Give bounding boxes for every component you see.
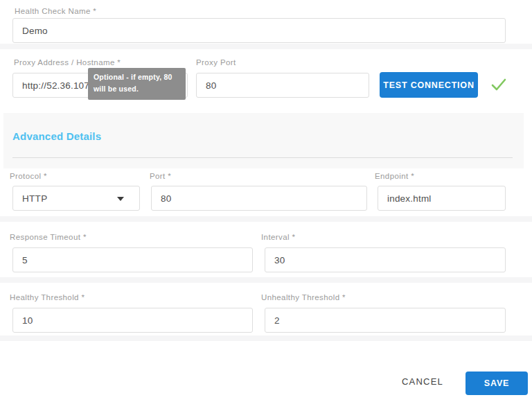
response-timeout-input[interactable] [12,247,253,272]
section-divider-strip [0,277,532,283]
protocol-select[interactable]: HTTP [12,186,140,211]
advanced-details-heading: Advanced Details [12,130,101,142]
section-divider-strip [0,335,532,341]
proxy-port-label: Proxy Port [196,58,236,67]
test-connection-button[interactable]: TEST CONNECTION [380,72,478,98]
unhealthy-threshold-label: Unhealthy Threshold * [261,293,346,302]
chevron-down-icon [117,197,124,201]
save-button[interactable]: SAVE [466,372,528,395]
port-label: Port * [150,172,171,180]
endpoint-input[interactable] [378,186,506,211]
health-check-name-label: Health Check Name * [15,7,96,15]
advanced-details-panel: Advanced Details [3,113,524,168]
healthy-threshold-label: Healthy Threshold * [10,293,85,302]
healthy-threshold-input[interactable] [12,308,253,333]
interval-input[interactable] [265,247,506,272]
proxy-port-input[interactable] [196,73,369,98]
section-divider-strip [0,44,532,49]
section-divider-strip [0,216,532,222]
interval-label: Interval * [261,233,295,241]
endpoint-label: Endpoint * [375,172,414,180]
health-check-form: Health Check Name * Proxy Address / Host… [0,0,532,402]
protocol-label: Protocol * [10,172,47,180]
health-check-name-input[interactable] [12,18,506,43]
protocol-selected-value: HTTP [22,193,47,204]
advanced-details-divider [12,157,513,158]
unhealthy-threshold-input[interactable] [265,308,506,333]
proxy-port-tooltip: Optional - if empty, 80 will be used. [88,68,186,100]
cancel-button[interactable]: CANCEL [402,376,443,387]
port-input[interactable] [151,186,367,211]
response-timeout-label: Response Timeout * [10,233,87,241]
proxy-address-label: Proxy Address / Hostname * [14,58,121,67]
check-icon [489,75,508,97]
